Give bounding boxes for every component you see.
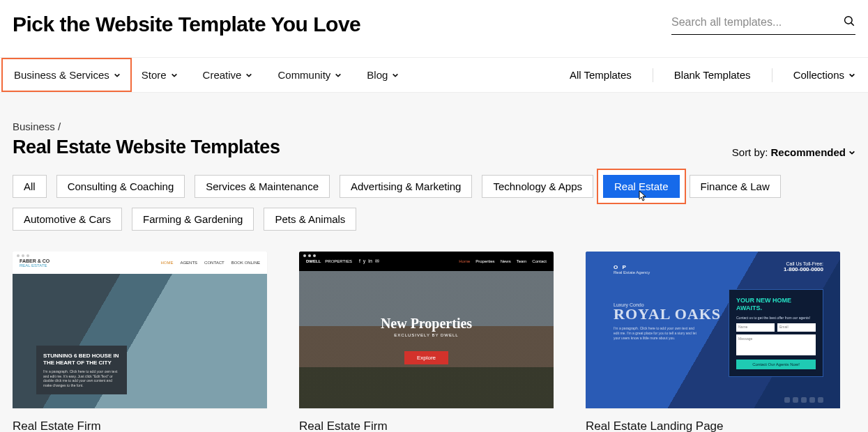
nav-item-business-services-highlight: Business & Services: [1, 58, 132, 92]
filter-chip-pets[interactable]: Pets & Animals: [264, 208, 356, 231]
nav-right: All Templates Blank Templates Collection…: [549, 59, 855, 91]
filter-chip-finance[interactable]: Finance & Law: [690, 175, 781, 198]
thumb-tollfree-label: Call Us Toll-Free:: [784, 261, 823, 266]
thumb-form-heading: YOUR NEW HOME AWAITS.: [736, 297, 816, 312]
thumb-overlay-heading: STUNNING 6 BED HOUSE IN THE HEART OF THE…: [43, 353, 120, 367]
filter-chip-real-estate[interactable]: Real Estate: [603, 175, 680, 198]
chip-label: Real Estate: [614, 180, 669, 192]
chevron-down-icon: [245, 69, 252, 81]
thumb-menu-item: Home: [459, 259, 470, 263]
chevron-down-icon: [392, 69, 399, 81]
thumb-brand-sub: PROPERTIES: [325, 259, 352, 263]
thumb-para: I'm a paragraph. Click here to add your …: [614, 326, 697, 341]
thumb-menu-item: CONTACT: [204, 261, 224, 265]
template-card-title: Real Estate Firm: [13, 419, 267, 432]
thumb-tollfree: Call Us Toll-Free: 1-800-000-0000: [784, 261, 823, 272]
template-card-title: Real Estate Landing Page: [586, 419, 840, 432]
thumb-menu-item: BOOK ONLINE: [231, 261, 260, 265]
breadcrumb[interactable]: Business /: [13, 121, 855, 132]
nav-item-blog[interactable]: Blog: [367, 59, 411, 91]
nav-label: Business & Services: [14, 69, 109, 81]
social-icons: [784, 397, 823, 403]
chevron-down-icon: [848, 69, 855, 81]
thumb-overlay-para: I'm a paragraph. Click here to add your …: [43, 369, 120, 387]
thumb-menu-item: AGENTS: [180, 261, 197, 265]
nav-left: Business & Services Store Creative Commu…: [13, 58, 424, 92]
thumb-button: Explore: [404, 351, 448, 364]
chevron-down-icon: [335, 69, 342, 81]
page-title: Pick the Website Template You Love: [13, 13, 360, 36]
nav-link-collections[interactable]: Collections: [793, 59, 855, 91]
nav-item-creative[interactable]: Creative: [203, 59, 266, 91]
thumb-hero-title: New Properties: [381, 316, 472, 332]
nav-label: Creative: [203, 69, 242, 81]
nav-item-business-services[interactable]: Business & Services: [14, 59, 121, 91]
thumb-hero-sub: EXCLUSIVELY BY DWELL: [394, 333, 458, 337]
nav-label: Blank Templates: [674, 69, 751, 81]
nav-label: Community: [277, 69, 330, 81]
thumb-menu-item: Contact: [532, 259, 547, 263]
filter-chip-farming[interactable]: Farming & Gardening: [132, 208, 254, 231]
thumb-tollfree-number: 1-800-000-0000: [784, 266, 823, 272]
template-cards: FABER & CO REAL ESTATE HOME AGENTS CONTA…: [13, 252, 855, 432]
social-icons: fyin✉: [356, 259, 379, 264]
search-input[interactable]: [671, 16, 837, 29]
thumb-brand-sub: REAL ESTATE: [20, 263, 50, 268]
chevron-down-icon: [114, 69, 121, 81]
template-thumbnail: O P Real Estate Agency Call Us Toll-Free…: [586, 252, 840, 408]
thumb-form: YOUR NEW HOME AWAITS. Contact us to get …: [729, 289, 823, 377]
sort-label: Sort by:: [732, 146, 768, 158]
nav-divider: [653, 68, 653, 82]
sort-dropdown[interactable]: Sort by: Recommended: [732, 146, 855, 158]
nav-item-community[interactable]: Community: [277, 59, 354, 91]
filter-chip-automotive[interactable]: Automotive & Cars: [13, 208, 122, 231]
thumb-menu-item: HOME: [160, 261, 173, 265]
thumb-form-sub: Contact us to get the best offer from ou…: [736, 316, 816, 320]
template-thumbnail: FABER & CO REAL ESTATE HOME AGENTS CONTA…: [13, 252, 267, 408]
thumb-menu: Home Properties News Team Contact: [459, 259, 547, 263]
thumb-form-field: Email: [777, 323, 816, 332]
chevron-down-icon: [171, 69, 178, 81]
nav-label: Store: [142, 69, 167, 81]
template-card[interactable]: DWELL PROPERTIES fyin✉ Home Properties N…: [299, 252, 554, 432]
svg-point-0: [845, 16, 853, 24]
thumb-menu: HOME AGENTS CONTACT BOOK ONLINE: [160, 261, 260, 265]
filter-chip-services[interactable]: Services & Maintenance: [195, 175, 330, 198]
filter-chip-all[interactable]: All: [13, 175, 47, 198]
nav-link-blank-templates[interactable]: Blank Templates: [674, 59, 751, 91]
filter-chip-row: All Consulting & Coaching Services & Mai…: [13, 175, 855, 231]
nav-label: Collections: [793, 69, 844, 81]
nav-link-all-templates[interactable]: All Templates: [570, 59, 632, 91]
thumb-form-field: Message: [736, 334, 816, 355]
chevron-down-icon: [848, 146, 855, 158]
filter-chip-consulting[interactable]: Consulting & Coaching: [56, 175, 185, 198]
search-icon[interactable]: [843, 15, 855, 30]
thumb-overlay: STUNNING 6 BED HOUSE IN THE HEART OF THE…: [36, 346, 127, 394]
sort-value: Recommended: [770, 146, 846, 158]
section-title: Real Estate Website Templates: [13, 137, 280, 158]
thumb-form-button: Contact Our Agents Now!: [736, 360, 816, 369]
nav-label: All Templates: [570, 69, 632, 81]
nav-divider: [772, 68, 772, 82]
navbar: Business & Services Store Creative Commu…: [0, 57, 868, 93]
nav-item-store[interactable]: Store: [142, 59, 190, 91]
thumb-form-field: Name: [736, 323, 775, 332]
template-card[interactable]: O P Real Estate Agency Call Us Toll-Free…: [586, 252, 840, 432]
template-card[interactable]: FABER & CO REAL ESTATE HOME AGENTS CONTA…: [13, 252, 267, 432]
thumb-brand: FABER & CO: [20, 259, 50, 263]
window-dots-icon: [303, 254, 316, 257]
thumb-brand: DWELL: [306, 259, 321, 263]
nav-label: Blog: [367, 69, 388, 81]
template-card-title: Real Estate Firm: [299, 419, 554, 432]
window-dots-icon: [17, 254, 29, 257]
thumb-menu-item: News: [501, 259, 511, 263]
thumb-menu-item: Team: [517, 259, 527, 263]
content-area: Business / Real Estate Website Templates…: [0, 93, 868, 432]
filter-chip-advertising[interactable]: Advertising & Marketing: [340, 175, 472, 198]
thumb-menu-item: Properties: [475, 259, 494, 263]
search-wrap[interactable]: [671, 15, 855, 35]
template-thumbnail: DWELL PROPERTIES fyin✉ Home Properties N…: [299, 252, 554, 408]
svg-line-1: [851, 22, 854, 25]
filter-chip-technology[interactable]: Technology & Apps: [482, 175, 593, 198]
